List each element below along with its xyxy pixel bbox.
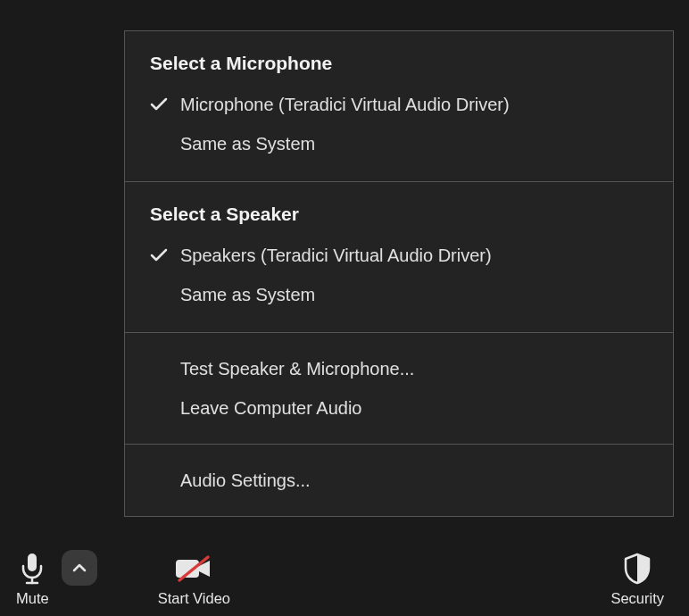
action-label: Leave Computer Audio xyxy=(180,395,655,420)
mute-button[interactable]: Mute xyxy=(7,544,58,616)
speaker-option-system[interactable]: Same as System xyxy=(125,275,673,314)
audio-options-menu: Select a Microphone Microphone (Teradici… xyxy=(124,30,674,517)
speaker-section: Select a Speaker Speakers (Teradici Virt… xyxy=(125,182,673,333)
start-video-button[interactable]: Start Video xyxy=(149,544,239,616)
action-label: Test Speaker & Microphone... xyxy=(180,356,655,381)
audio-options-caret-button[interactable] xyxy=(62,550,97,586)
start-video-label: Start Video xyxy=(158,590,230,607)
mute-control-group: Mute xyxy=(7,544,97,616)
test-speaker-mic-item[interactable]: Test Speaker & Microphone... xyxy=(125,349,673,388)
speaker-option-label: Same as System xyxy=(180,282,655,307)
speaker-option-label: Speakers (Teradici Virtual Audio Driver) xyxy=(180,243,655,268)
security-label: Security xyxy=(610,590,664,607)
audio-settings-item[interactable]: Audio Settings... xyxy=(125,461,673,500)
speaker-option-teradici[interactable]: Speakers (Teradici Virtual Audio Driver) xyxy=(125,236,673,275)
microphone-section-title: Select a Microphone xyxy=(125,53,673,85)
microphone-icon xyxy=(20,551,45,587)
shield-icon xyxy=(623,551,652,587)
audio-actions-section: Test Speaker & Microphone... Leave Compu… xyxy=(125,333,673,445)
microphone-option-system[interactable]: Same as System xyxy=(125,124,673,163)
speaker-section-title: Select a Speaker xyxy=(125,204,673,236)
meeting-toolbar: Mute Start Video Se xyxy=(0,527,689,616)
microphone-option-label: Microphone (Teradici Virtual Audio Drive… xyxy=(180,92,655,117)
microphone-option-label: Same as System xyxy=(180,131,655,156)
microphone-option-teradici[interactable]: Microphone (Teradici Virtual Audio Drive… xyxy=(125,85,673,124)
svg-rect-0 xyxy=(28,554,37,571)
audio-settings-section: Audio Settings... xyxy=(125,445,673,516)
chevron-up-icon xyxy=(72,562,87,573)
mute-label: Mute xyxy=(16,590,49,607)
check-icon xyxy=(150,97,180,112)
leave-computer-audio-item[interactable]: Leave Computer Audio xyxy=(125,388,673,428)
microphone-section: Select a Microphone Microphone (Teradici… xyxy=(125,31,673,182)
action-label: Audio Settings... xyxy=(180,468,655,493)
video-off-icon xyxy=(174,551,213,587)
security-button[interactable]: Security xyxy=(602,544,673,616)
check-icon xyxy=(150,248,180,262)
